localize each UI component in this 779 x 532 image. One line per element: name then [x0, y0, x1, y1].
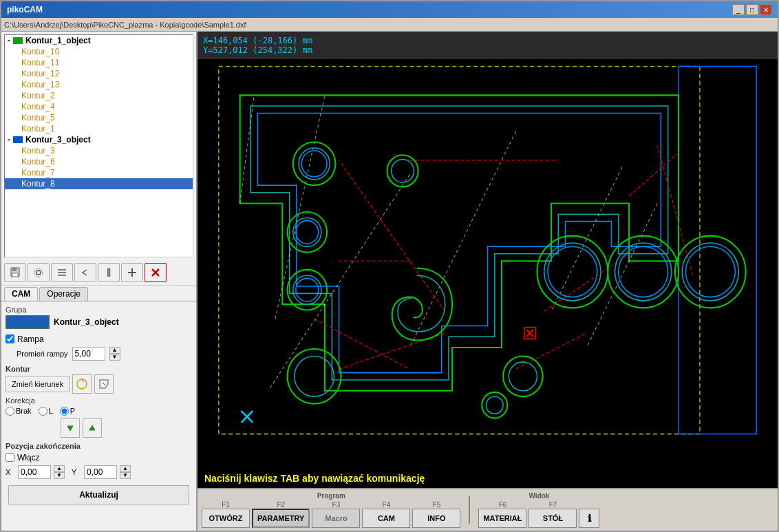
korekcja-radio-group: Brak L P	[6, 407, 192, 416]
parametry-button[interactable]: PARAMETRY	[252, 509, 310, 528]
coords-bar: X=146,054 (-28,166) mm Y=527,012 (254,32…	[198, 32, 778, 59]
info-icon-button[interactable]: ℹ	[579, 509, 599, 528]
title-bar-buttons: _ □ ✕	[732, 4, 772, 15]
tree-item-kontur5[interactable]: Kontur_5	[5, 112, 193, 123]
group-color-box	[6, 315, 50, 329]
korekcja-brak-label: Brak	[16, 407, 32, 415]
coord-y: Y=527,012 (254,322) mm	[203, 45, 772, 55]
svg-rect-8	[107, 268, 110, 277]
f1-group: F1 OTWÓRZ	[202, 501, 250, 528]
close-button[interactable]: ✕	[760, 4, 772, 15]
tree-item-kontur4[interactable]: Kontur_4	[5, 101, 193, 112]
korekcja-p[interactable]: P	[60, 407, 75, 416]
macro-button[interactable]: Macro	[312, 509, 360, 528]
kontur-icon-btn-1[interactable]	[72, 374, 92, 394]
arrow-down-button[interactable]	[61, 418, 80, 438]
f4-group: F4 CAM	[362, 501, 410, 528]
tree-minus-icon-2: -	[8, 135, 10, 145]
wlacz-checkbox[interactable]	[6, 453, 14, 462]
korekcja-l-radio[interactable]	[39, 407, 47, 416]
arrow-up-button[interactable]	[83, 418, 102, 438]
canvas-area[interactable]	[198, 59, 778, 470]
back-button[interactable]	[74, 263, 96, 282]
tree-item-kontur12[interactable]: Kontur_12	[5, 68, 193, 79]
bottom-bar: Program F1 OTWÓRZ F2 PARAMETRY F3 Macro	[198, 488, 778, 531]
program-group-label: Program	[202, 492, 460, 500]
korekcja-p-radio[interactable]	[60, 407, 69, 416]
tree-item-kontur8[interactable]: Kontur_8	[5, 178, 193, 189]
group1-label: Kontur_1_object	[25, 36, 91, 45]
y-spin-up[interactable]: ▲	[120, 465, 131, 472]
f4-label: F4	[383, 501, 391, 509]
wrench-button[interactable]	[98, 263, 120, 282]
group-field: Grupa Kontur_3_object	[6, 306, 192, 329]
promien-spin-buttons: ▲ ▼	[109, 347, 120, 361]
group2-color-icon	[13, 136, 23, 143]
tree-item-kontur7[interactable]: Kontur_7	[5, 167, 193, 178]
tree-item-kontur2[interactable]: Kontur_2	[5, 90, 193, 101]
settings-button[interactable]	[28, 263, 50, 282]
info-button[interactable]: INFO	[412, 509, 460, 528]
rampa-row: Rampa	[6, 334, 192, 344]
aktualizuj-button[interactable]: Aktualizuj	[8, 485, 189, 504]
y-spin-down[interactable]: ▼	[120, 472, 131, 479]
maximize-button[interactable]: □	[746, 4, 758, 15]
group-name: Kontur_3_object	[54, 317, 119, 327]
y-input[interactable]	[84, 465, 117, 479]
tree-view[interactable]: - Kontur_1_object Kontur_10 Kontur_11 Ko…	[4, 34, 193, 257]
tree-item-kontur6[interactable]: Kontur_6	[5, 156, 193, 167]
x-spin-down[interactable]: ▼	[54, 472, 65, 479]
korekcja-brak[interactable]: Brak	[6, 407, 32, 416]
tree-group-1[interactable]: - Kontur_1_object	[5, 35, 193, 46]
tab-operacje[interactable]: Operacje	[39, 287, 88, 301]
cam-button[interactable]: CAM	[362, 509, 410, 528]
korekcja-l[interactable]: L	[39, 407, 53, 416]
korekcja-label: Korekcja	[6, 396, 192, 405]
x-spin-up[interactable]: ▲	[54, 465, 65, 472]
list-button[interactable]	[51, 263, 73, 282]
drawing-canvas	[198, 59, 778, 470]
promien-spin-down[interactable]: ▼	[109, 354, 120, 361]
material-button[interactable]: MATERIAŁ	[478, 509, 526, 528]
main-window: pikoCAM _ □ ✕ C:\Users\Andrzej\Desktop\P…	[0, 0, 779, 532]
f5-group: F5 INFO	[412, 501, 460, 528]
svg-rect-2	[12, 273, 18, 277]
minimize-button[interactable]: _	[732, 4, 745, 15]
x-input[interactable]	[18, 465, 51, 479]
y-spin-buttons: ▲ ▼	[120, 465, 131, 479]
korekcja-brak-radio[interactable]	[6, 407, 14, 416]
add-button[interactable]	[121, 263, 143, 282]
otwórz-button[interactable]: OTWÓRZ	[202, 509, 250, 528]
f3-group: F3 Macro	[312, 501, 360, 528]
delete-button[interactable]	[145, 263, 167, 282]
save-button[interactable]	[4, 263, 26, 282]
zmien-kierunek-button[interactable]: Zmień kierunek	[6, 376, 70, 392]
bottom-separator	[469, 496, 470, 524]
tree-item-kontur10[interactable]: Kontur_10	[5, 46, 193, 57]
f6-label: F6	[499, 501, 507, 509]
stol-button[interactable]: STÓŁ	[529, 509, 577, 528]
tab-cam[interactable]: CAM	[4, 287, 38, 301]
info-icon-group: ℹ	[579, 501, 599, 528]
f3-label: F3	[332, 501, 341, 509]
rampa-checkbox[interactable]	[6, 334, 14, 343]
file-path: C:\Users\Andrzej\Desktop\PikoCNC_plazma …	[4, 21, 246, 29]
kontur-section-label: Kontur	[6, 365, 192, 373]
tree-item-kontur1[interactable]: Kontur_1	[5, 123, 193, 134]
kontur-icon-btn-2[interactable]	[94, 374, 114, 394]
tree-item-kontur13[interactable]: Kontur_13	[5, 79, 193, 90]
wlacz-row: Włącz	[6, 453, 192, 462]
f7-label: F7	[549, 501, 557, 509]
group2-label: Kontur_3_object	[25, 135, 91, 145]
status-message: Naciśnij klawisz TAB aby nawiązać komuni…	[204, 473, 425, 484]
y-label: Y	[72, 468, 81, 476]
tree-group-2[interactable]: - Kontur_3_object	[5, 134, 193, 145]
promien-input[interactable]	[72, 347, 105, 361]
program-buttons: F1 OTWÓRZ F2 PARAMETRY F3 Macro F4	[202, 501, 460, 528]
promien-spin-up[interactable]: ▲	[109, 347, 120, 354]
widok-group-label: Widok	[478, 492, 599, 500]
tree-item-kontur11[interactable]: Kontur_11	[5, 57, 193, 68]
tree-item-kontur3[interactable]: Kontur_3	[5, 145, 193, 156]
pozycja-label: Pozycja zakończenia	[6, 442, 192, 450]
korekcja-l-label: L	[49, 407, 53, 415]
